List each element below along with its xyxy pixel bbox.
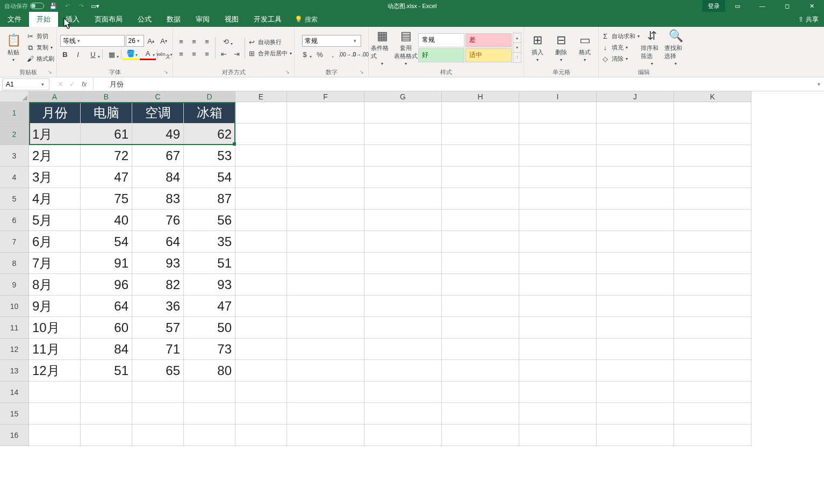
font-color-button[interactable]: A: [140, 48, 156, 60]
cell[interactable]: [235, 381, 287, 403]
fill-color-button[interactable]: 🪣: [123, 48, 139, 60]
cell[interactable]: [364, 188, 442, 210]
row-header[interactable]: 4: [0, 167, 29, 188]
align-bottom-button[interactable]: ≡: [201, 35, 213, 47]
cell[interactable]: 47: [81, 167, 132, 188]
cell[interactable]: [235, 296, 287, 317]
tab-page-layout[interactable]: 页面布局: [87, 12, 130, 27]
cell[interactable]: 2月: [29, 145, 81, 167]
cell[interactable]: 8月: [29, 274, 81, 296]
tab-home[interactable]: 开始: [29, 12, 58, 27]
row-header[interactable]: 13: [0, 360, 29, 381]
underline-button[interactable]: U: [85, 48, 101, 60]
cell[interactable]: [235, 210, 287, 231]
chevron-down-icon[interactable]: ▾: [76, 38, 82, 44]
cell[interactable]: 49: [132, 124, 184, 145]
cell[interactable]: 11月: [29, 339, 81, 360]
cell[interactable]: [674, 317, 751, 339]
cell[interactable]: [597, 253, 674, 274]
cell[interactable]: [597, 102, 674, 124]
tab-developer[interactable]: 开发工具: [246, 12, 289, 27]
cell[interactable]: [364, 102, 442, 124]
tab-view[interactable]: 视图: [217, 12, 246, 27]
cell[interactable]: [442, 403, 519, 424]
cell[interactable]: 冰箱: [184, 102, 235, 124]
column-header[interactable]: A: [29, 91, 81, 102]
cell[interactable]: 80: [184, 360, 235, 381]
row-header[interactable]: 16: [0, 424, 29, 446]
cell[interactable]: 60: [81, 317, 132, 339]
cell[interactable]: [674, 360, 751, 381]
spreadsheet-grid[interactable]: ABCDEFGHIJK1月份电脑空调冰箱21月61496232月72675343…: [0, 91, 824, 446]
cell[interactable]: [519, 124, 597, 145]
cell[interactable]: [674, 145, 751, 167]
cell[interactable]: [674, 231, 751, 253]
row-header[interactable]: 2: [0, 124, 29, 145]
autosum-button[interactable]: Σ自动求和▾: [601, 31, 640, 42]
clipboard-launcher[interactable]: ↘: [48, 69, 54, 76]
style-good[interactable]: 好: [418, 48, 464, 62]
number-format-select[interactable]: 常规▾: [302, 35, 361, 47]
cell[interactable]: [442, 296, 519, 317]
cell[interactable]: [364, 403, 442, 424]
column-header[interactable]: J: [597, 91, 674, 102]
cell[interactable]: [442, 167, 519, 188]
cell[interactable]: [132, 424, 184, 446]
cell[interactable]: [287, 317, 364, 339]
align-left-button[interactable]: ≡: [175, 48, 187, 60]
cell[interactable]: 61: [81, 124, 132, 145]
style-bad[interactable]: 差: [465, 33, 512, 47]
cell[interactable]: [519, 317, 597, 339]
cell[interactable]: 35: [184, 231, 235, 253]
cell[interactable]: [235, 145, 287, 167]
tell-me-search[interactable]: 💡 搜索: [289, 12, 318, 27]
font-size-input[interactable]: 26▾: [126, 35, 144, 47]
chevron-down-icon[interactable]: ▾: [135, 38, 141, 44]
cell[interactable]: [81, 403, 132, 424]
cell[interactable]: 54: [184, 167, 235, 188]
paste-button[interactable]: 📋 粘贴 ▾: [2, 30, 25, 66]
tab-review[interactable]: 审阅: [188, 12, 217, 27]
cell[interactable]: [287, 274, 364, 296]
undo-icon[interactable]: ↶: [62, 1, 72, 11]
cell[interactable]: 64: [132, 231, 184, 253]
cell[interactable]: 56: [184, 210, 235, 231]
column-header[interactable]: F: [287, 91, 364, 102]
bold-button[interactable]: B: [59, 48, 71, 60]
cell[interactable]: 月份: [29, 102, 81, 124]
cell[interactable]: [287, 296, 364, 317]
italic-button[interactable]: I: [72, 48, 84, 60]
enter-formula-icon[interactable]: ✓: [67, 79, 77, 90]
column-header[interactable]: K: [674, 91, 751, 102]
cell[interactable]: [519, 339, 597, 360]
cell[interactable]: [597, 360, 674, 381]
column-header[interactable]: I: [519, 91, 597, 102]
cell[interactable]: [674, 188, 751, 210]
cell[interactable]: 7月: [29, 253, 81, 274]
cell[interactable]: [364, 124, 442, 145]
accounting-format-button[interactable]: $: [297, 48, 313, 60]
cell[interactable]: [519, 424, 597, 446]
close-icon[interactable]: ✕: [799, 0, 824, 12]
cell[interactable]: 76: [132, 210, 184, 231]
cancel-formula-icon[interactable]: ✕: [55, 79, 66, 90]
cell[interactable]: [519, 360, 597, 381]
column-header[interactable]: B: [81, 91, 132, 102]
cell[interactable]: [597, 424, 674, 446]
format-as-table-button[interactable]: ▤套用 表格格式▾: [395, 30, 417, 66]
cell[interactable]: [287, 231, 364, 253]
row-header[interactable]: 10: [0, 296, 29, 317]
cell[interactable]: [364, 424, 442, 446]
cell[interactable]: 87: [184, 188, 235, 210]
cell[interactable]: [597, 231, 674, 253]
column-header[interactable]: H: [442, 91, 519, 102]
cell[interactable]: [519, 296, 597, 317]
touch-mode-icon[interactable]: ▭▾: [90, 1, 100, 11]
save-icon[interactable]: 💾: [48, 1, 58, 11]
autosave-switch-icon[interactable]: [30, 3, 44, 9]
copy-button[interactable]: ⧉复制▾: [26, 42, 54, 53]
cell[interactable]: [597, 145, 674, 167]
border-button[interactable]: ▦: [104, 48, 120, 60]
redo-icon[interactable]: ↷: [76, 1, 86, 11]
cell[interactable]: [442, 381, 519, 403]
